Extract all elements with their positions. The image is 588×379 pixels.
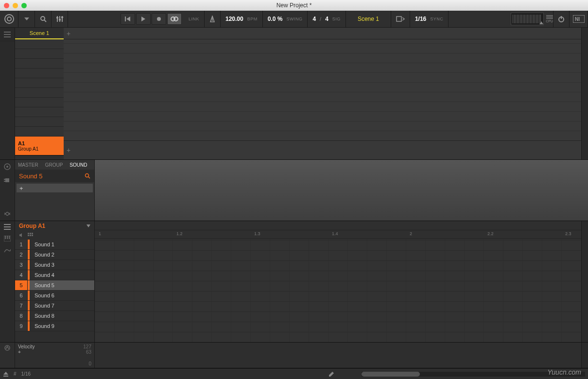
add-group-button[interactable]: + [64,146,73,154]
velocity-icon[interactable] [0,343,15,368]
pattern-ruler[interactable]: 11.21.31.422.22.3 [95,221,581,239]
track-row[interactable] [15,107,64,117]
pattern-editor: Group A1 1Sound 12Sound 23Sound 34Sound … [0,221,588,343]
restart-button[interactable] [121,13,135,25]
sound-number: 3 [15,260,28,270]
pencil-icon[interactable] [329,371,334,377]
velocity-grid[interactable] [95,343,581,368]
tab-sound[interactable]: SOUND [69,162,87,168]
zoom-window-button[interactable] [21,3,27,8]
sound-row[interactable]: 5Sound 5 [15,280,94,291]
close-window-button[interactable] [4,3,9,8]
arranger-scrollbar[interactable] [581,28,588,159]
add-plugin-button[interactable]: + [17,184,93,192]
tempo-field[interactable]: 120.00BPM [221,11,263,27]
chevron-down-icon[interactable] [86,224,90,227]
svg-rect-13 [397,17,401,21]
ruler-tick: 2 [410,231,412,236]
svg-rect-34 [9,236,10,239]
svg-line-27 [88,177,90,178]
horizontal-scrollbar[interactable] [362,372,585,377]
velocity-add-button[interactable]: + [18,349,21,355]
track-row[interactable] [15,69,64,78]
track-row[interactable] [15,98,64,107]
svg-rect-33 [7,236,8,239]
sound-name: Sound 9 [30,323,54,329]
sound-row[interactable]: 2Sound 2 [15,250,94,260]
scene-display[interactable]: Scene 1 [346,11,391,27]
channel-icon[interactable] [0,160,15,173]
ruler-tick: 1.2 [176,231,183,236]
tab-master[interactable]: MASTER [18,162,38,168]
sound-name: Sound 1 [30,241,54,247]
browser-button[interactable] [35,11,52,27]
sound-number: 2 [15,250,28,259]
svg-rect-37 [32,233,33,234]
plugin-icon[interactable] [0,173,15,187]
sound-row[interactable]: 9Sound 9 [15,321,94,331]
tab-group[interactable]: GROUP [45,162,63,168]
dropdown-button[interactable] [18,11,35,27]
sound-row[interactable]: 3Sound 3 [15,260,94,270]
sound-row[interactable]: 1Sound 1 [15,240,94,250]
pattern-view-icon[interactable] [0,221,15,233]
speaker-icon[interactable] [19,233,24,238]
svg-rect-7 [61,17,63,18]
group-header[interactable]: A1 Group A1 [15,137,64,155]
track-row[interactable] [15,78,64,88]
channel-tabs: MASTER GROUP SOUND [15,160,94,170]
collapse-icon[interactable] [0,207,15,221]
grid-icon[interactable]: # [14,371,17,377]
grid-field[interactable]: 1/16SYNC [410,11,449,27]
minimize-window-button[interactable] [13,3,18,8]
ni-logo-icon[interactable]: NI [570,11,588,27]
track-row[interactable] [15,59,64,69]
svg-rect-36 [30,233,31,234]
follow-button[interactable] [391,11,410,27]
track-row[interactable] [15,117,64,127]
loop-button[interactable] [167,13,182,25]
sound-row[interactable]: 7Sound 7 [15,301,94,311]
arranger-view-icon[interactable] [0,28,15,41]
svg-rect-32 [5,236,6,239]
svg-rect-35 [28,233,29,234]
ruler-tick: 2.3 [565,231,571,236]
swing-field[interactable]: 0.0 %SWING [263,11,308,27]
time-signature-field[interactable]: 4/4SIG [308,11,346,27]
power-button[interactable] [553,11,570,27]
maschine-logo-icon[interactable] [0,11,18,27]
footer: # 1/16 [0,368,588,379]
footer-grid-value[interactable]: 1/16 [21,371,31,377]
pattern-grid[interactable] [95,239,581,342]
track-row[interactable] [15,88,64,98]
velocity-scrollbar[interactable] [581,343,588,368]
plugin-area[interactable] [95,160,588,221]
automation-icon[interactable] [0,244,15,256]
svg-point-9 [157,17,161,21]
sound-search-icon[interactable] [85,173,90,179]
keyboard-view-icon[interactable] [0,233,15,244]
track-row[interactable] [15,39,64,49]
metronome-button[interactable] [205,11,221,27]
ruler-tick: 1.4 [332,231,338,236]
sound-name: Sound 5 [30,282,54,288]
record-button[interactable] [152,13,166,25]
svg-rect-23 [5,178,9,182]
add-scene-button[interactable]: + [64,30,73,37]
svg-point-0 [41,17,45,20]
sound-header[interactable]: Sound 5 [15,170,94,182]
sound-row[interactable]: 8Sound 8 [15,311,94,321]
pad-grid-icon[interactable] [28,233,34,238]
track-row[interactable] [15,49,64,59]
track-row[interactable] [15,127,64,137]
eject-icon[interactable] [3,372,9,377]
arranger-grid[interactable] [64,39,581,140]
sound-row[interactable]: 6Sound 6 [15,291,94,301]
link-button[interactable]: LINK [182,11,205,27]
sound-row[interactable]: 4Sound 4 [15,270,94,280]
play-button[interactable] [136,13,151,25]
pattern-scrollbar[interactable] [581,221,588,342]
mixer-button[interactable] [52,11,68,27]
scene-tab[interactable]: Scene 1 [15,28,64,39]
pattern-group-title[interactable]: Group A1 [15,221,94,231]
